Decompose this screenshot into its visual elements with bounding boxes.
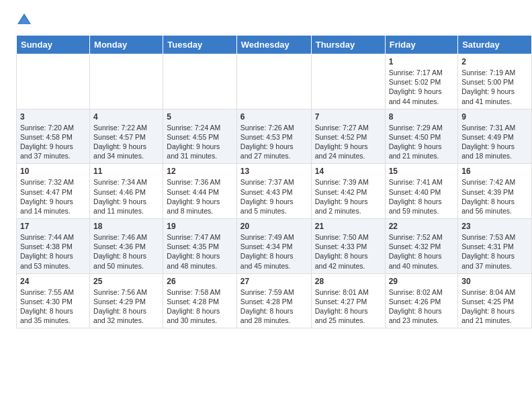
- day-info: Sunrise: 8:01 AM Sunset: 4:27 PM Dayligh…: [315, 287, 382, 326]
- day-info: Sunrise: 7:46 AM Sunset: 4:36 PM Dayligh…: [93, 232, 159, 271]
- calendar-week-row: 10Sunrise: 7:32 AM Sunset: 4:47 PM Dayli…: [17, 164, 532, 219]
- weekday-header: Thursday: [311, 36, 385, 54]
- calendar-day-cell: 30Sunrise: 8:04 AM Sunset: 4:25 PM Dayli…: [458, 273, 532, 328]
- day-number: 8: [389, 112, 455, 122]
- calendar-body: 1Sunrise: 7:17 AM Sunset: 5:02 PM Daylig…: [17, 54, 532, 328]
- day-number: 5: [167, 112, 232, 122]
- calendar-day-cell: 2Sunrise: 7:19 AM Sunset: 5:00 PM Daylig…: [458, 54, 532, 109]
- weekday-header: Wednesday: [236, 36, 311, 54]
- day-info: Sunrise: 7:39 AM Sunset: 4:42 PM Dayligh…: [315, 177, 382, 216]
- calendar-day-cell: [90, 54, 163, 109]
- day-number: 25: [93, 277, 159, 286]
- calendar-day-cell: 12Sunrise: 7:36 AM Sunset: 4:44 PM Dayli…: [163, 164, 236, 219]
- day-number: 15: [389, 167, 455, 176]
- day-info: Sunrise: 7:27 AM Sunset: 4:52 PM Dayligh…: [315, 123, 382, 161]
- day-info: Sunrise: 7:36 AM Sunset: 4:44 PM Dayligh…: [167, 177, 232, 216]
- weekday-header: Monday: [90, 36, 163, 54]
- calendar-day-cell: 17Sunrise: 7:44 AM Sunset: 4:38 PM Dayli…: [17, 219, 90, 274]
- calendar-day-cell: 20Sunrise: 7:49 AM Sunset: 4:34 PM Dayli…: [236, 219, 311, 274]
- calendar-day-cell: 29Sunrise: 8:02 AM Sunset: 4:26 PM Dayli…: [385, 273, 458, 328]
- day-info: Sunrise: 7:56 AM Sunset: 4:29 PM Dayligh…: [93, 287, 159, 326]
- calendar-day-cell: 16Sunrise: 7:42 AM Sunset: 4:39 PM Dayli…: [458, 164, 532, 219]
- day-info: Sunrise: 7:42 AM Sunset: 4:39 PM Dayligh…: [461, 177, 528, 216]
- day-info: Sunrise: 8:04 AM Sunset: 4:25 PM Dayligh…: [461, 287, 528, 326]
- calendar-day-cell: 28Sunrise: 8:01 AM Sunset: 4:27 PM Dayli…: [311, 273, 385, 328]
- day-info: Sunrise: 8:02 AM Sunset: 4:26 PM Dayligh…: [389, 287, 455, 326]
- calendar-day-cell: 24Sunrise: 7:55 AM Sunset: 4:30 PM Dayli…: [17, 273, 90, 328]
- logo-icon: [16, 12, 32, 28]
- logo: [16, 12, 35, 28]
- day-number: 13: [240, 167, 308, 176]
- day-info: Sunrise: 7:53 AM Sunset: 4:31 PM Dayligh…: [461, 232, 528, 271]
- calendar-day-cell: 27Sunrise: 7:59 AM Sunset: 4:28 PM Dayli…: [236, 273, 311, 328]
- calendar-day-cell: 13Sunrise: 7:37 AM Sunset: 4:43 PM Dayli…: [236, 164, 311, 219]
- calendar-day-cell: [236, 54, 311, 109]
- day-number: 26: [167, 277, 232, 286]
- calendar-table: SundayMondayTuesdayWednesdayThursdayFrid…: [16, 35, 532, 328]
- weekday-header: Friday: [385, 36, 458, 54]
- calendar-day-cell: [311, 54, 385, 109]
- weekday-row: SundayMondayTuesdayWednesdayThursdayFrid…: [17, 36, 532, 54]
- day-number: 24: [20, 277, 86, 286]
- day-number: 20: [240, 222, 308, 231]
- day-info: Sunrise: 7:55 AM Sunset: 4:30 PM Dayligh…: [20, 287, 86, 326]
- day-info: Sunrise: 7:41 AM Sunset: 4:40 PM Dayligh…: [389, 177, 455, 216]
- calendar-day-cell: 21Sunrise: 7:50 AM Sunset: 4:33 PM Dayli…: [311, 219, 385, 274]
- day-info: Sunrise: 7:29 AM Sunset: 4:50 PM Dayligh…: [389, 123, 455, 161]
- weekday-header: Saturday: [458, 36, 532, 54]
- weekday-header: Sunday: [17, 36, 90, 54]
- day-info: Sunrise: 7:19 AM Sunset: 5:00 PM Dayligh…: [461, 68, 528, 106]
- calendar-day-cell: 25Sunrise: 7:56 AM Sunset: 4:29 PM Dayli…: [90, 273, 163, 328]
- calendar-week-row: 3Sunrise: 7:20 AM Sunset: 4:58 PM Daylig…: [17, 109, 532, 164]
- day-number: 4: [93, 112, 159, 122]
- calendar-day-cell: 22Sunrise: 7:52 AM Sunset: 4:32 PM Dayli…: [385, 219, 458, 274]
- calendar-day-cell: 6Sunrise: 7:26 AM Sunset: 4:53 PM Daylig…: [236, 109, 311, 164]
- calendar-header: SundayMondayTuesdayWednesdayThursdayFrid…: [17, 36, 532, 54]
- day-info: Sunrise: 7:24 AM Sunset: 4:55 PM Dayligh…: [167, 123, 232, 161]
- day-number: 23: [461, 222, 528, 231]
- day-info: Sunrise: 7:59 AM Sunset: 4:28 PM Dayligh…: [240, 287, 308, 326]
- day-info: Sunrise: 7:58 AM Sunset: 4:28 PM Dayligh…: [167, 287, 232, 326]
- day-number: 7: [315, 112, 382, 122]
- day-number: 1: [389, 57, 455, 66]
- calendar-day-cell: 14Sunrise: 7:39 AM Sunset: 4:42 PM Dayli…: [311, 164, 385, 219]
- calendar-day-cell: 9Sunrise: 7:31 AM Sunset: 4:49 PM Daylig…: [458, 109, 532, 164]
- weekday-header: Tuesday: [163, 36, 236, 54]
- day-info: Sunrise: 7:17 AM Sunset: 5:02 PM Dayligh…: [389, 68, 455, 106]
- calendar-day-cell: [17, 54, 90, 109]
- day-info: Sunrise: 7:49 AM Sunset: 4:34 PM Dayligh…: [240, 232, 308, 271]
- day-number: 17: [20, 222, 86, 231]
- calendar-day-cell: 23Sunrise: 7:53 AM Sunset: 4:31 PM Dayli…: [458, 219, 532, 274]
- calendar-day-cell: 5Sunrise: 7:24 AM Sunset: 4:55 PM Daylig…: [163, 109, 236, 164]
- day-number: 18: [93, 222, 159, 231]
- day-info: Sunrise: 7:31 AM Sunset: 4:49 PM Dayligh…: [461, 123, 528, 161]
- day-info: Sunrise: 7:37 AM Sunset: 4:43 PM Dayligh…: [240, 177, 308, 216]
- day-info: Sunrise: 7:52 AM Sunset: 4:32 PM Dayligh…: [389, 232, 455, 271]
- calendar-day-cell: 10Sunrise: 7:32 AM Sunset: 4:47 PM Dayli…: [17, 164, 90, 219]
- day-number: 22: [389, 222, 455, 231]
- calendar-day-cell: 8Sunrise: 7:29 AM Sunset: 4:50 PM Daylig…: [385, 109, 458, 164]
- day-number: 9: [461, 112, 528, 122]
- day-info: Sunrise: 7:22 AM Sunset: 4:57 PM Dayligh…: [93, 123, 159, 161]
- day-info: Sunrise: 7:20 AM Sunset: 4:58 PM Dayligh…: [20, 123, 86, 161]
- day-number: 27: [240, 277, 308, 286]
- day-number: 2: [461, 57, 528, 66]
- day-info: Sunrise: 7:34 AM Sunset: 4:46 PM Dayligh…: [93, 177, 159, 216]
- calendar-wrapper: SundayMondayTuesdayWednesdayThursdayFrid…: [0, 35, 532, 336]
- day-number: 19: [167, 222, 232, 231]
- calendar-day-cell: 19Sunrise: 7:47 AM Sunset: 4:35 PM Dayli…: [163, 219, 236, 274]
- day-number: 14: [315, 167, 382, 176]
- calendar-week-row: 24Sunrise: 7:55 AM Sunset: 4:30 PM Dayli…: [17, 273, 532, 328]
- day-number: 3: [20, 112, 86, 122]
- calendar-day-cell: 26Sunrise: 7:58 AM Sunset: 4:28 PM Dayli…: [163, 273, 236, 328]
- day-info: Sunrise: 7:44 AM Sunset: 4:38 PM Dayligh…: [20, 232, 86, 271]
- calendar-day-cell: [163, 54, 236, 109]
- calendar-day-cell: 4Sunrise: 7:22 AM Sunset: 4:57 PM Daylig…: [90, 109, 163, 164]
- calendar-day-cell: 11Sunrise: 7:34 AM Sunset: 4:46 PM Dayli…: [90, 164, 163, 219]
- day-number: 21: [315, 222, 382, 231]
- day-info: Sunrise: 7:26 AM Sunset: 4:53 PM Dayligh…: [240, 123, 308, 161]
- day-number: 28: [315, 277, 382, 286]
- day-number: 29: [389, 277, 455, 286]
- calendar-day-cell: 15Sunrise: 7:41 AM Sunset: 4:40 PM Dayli…: [385, 164, 458, 219]
- day-number: 12: [167, 167, 232, 176]
